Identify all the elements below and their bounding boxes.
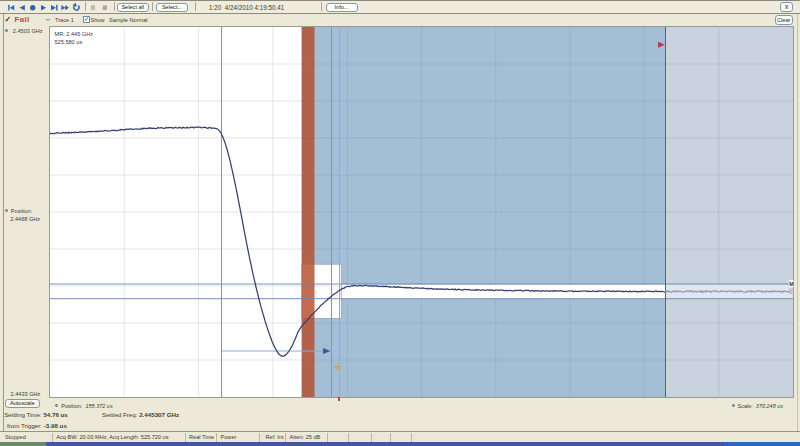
svg-text:MR: 2.445 GHz: MR: 2.445 GHz (55, 31, 94, 37)
svg-text:M: M (789, 281, 794, 287)
svg-text:525.580 us: 525.580 us (55, 39, 83, 45)
